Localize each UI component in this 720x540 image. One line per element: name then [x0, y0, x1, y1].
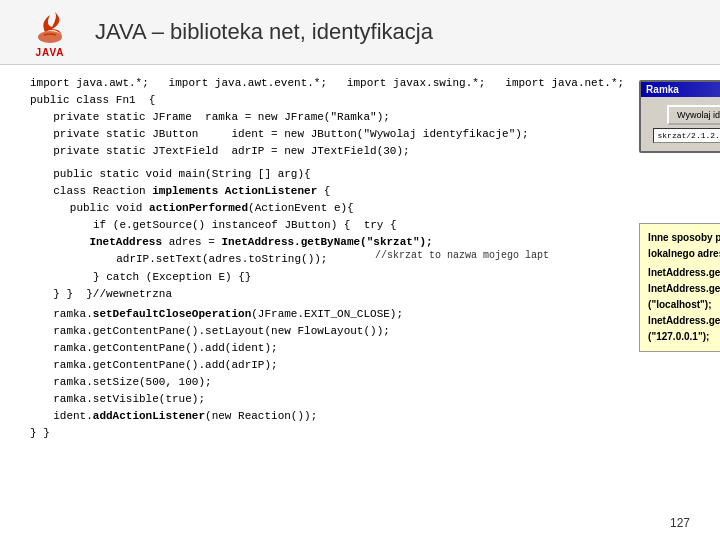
- page-title: JAVA – biblioteka net, identyfikacja: [95, 19, 433, 45]
- tooltip-line2: InetAddress.getByName ("localhost");: [648, 281, 720, 313]
- tooltip-line3: InetAddress.getByName ("127.0.0.1");: [648, 313, 720, 345]
- tooltip-title: Inne sposoby pozyskania lokalnego adresu…: [648, 230, 720, 262]
- logo-area: JAVA: [20, 7, 80, 58]
- main-line: public static void main(String [] arg){: [30, 166, 624, 183]
- add-adrip-line: ramka.getContentPane().add(adrIP);: [30, 357, 624, 374]
- catch-line: } catch (Exception E) {}: [30, 269, 624, 286]
- tooltip-box: Inne sposoby pozyskania lokalnego adresu…: [639, 223, 720, 352]
- svg-point-0: [38, 31, 62, 43]
- header: JAVA JAVA – biblioteka net, identyfikacj…: [0, 0, 720, 65]
- add-ident-line: ramka.getContentPane().add(ident);: [30, 340, 624, 357]
- java-logo-text: JAVA: [35, 47, 64, 58]
- action-performed-line: public void actionPerformed(ActionEvent …: [30, 200, 624, 217]
- close-inner-line: } } }//wewnetrzna: [30, 286, 624, 303]
- class-reaction-line: class Reaction implements ActionListener…: [30, 183, 624, 200]
- addlistener-line: ident.addActionListener(new Reaction());: [30, 408, 624, 425]
- window-title-text: Ramka: [646, 84, 679, 95]
- default-close-line: ramka.setDefaultCloseOperation(JFrame.EX…: [30, 306, 624, 323]
- java-logo-icon: [30, 7, 70, 47]
- inet-line: InetAddress adres = InetAddress.getByNam…: [30, 234, 433, 251]
- textfield-line: private static JTextField adrIP = new JT…: [30, 143, 624, 160]
- setvisible-line: ramka.setVisible(true);: [30, 391, 624, 408]
- page-number: 127: [670, 516, 690, 530]
- setsize-line: ramka.setSize(500, 100);: [30, 374, 624, 391]
- ip-field[interactable]: skrzat/2.1.2.1 /1.1 5.21: [653, 128, 720, 143]
- java-window: Ramka _ □ ✕ Wywolaj identyfikacje skrzat…: [639, 80, 720, 153]
- if-line: if (e.getSource() instanceof JButton) { …: [30, 217, 624, 234]
- tooltip-line1: InetAddress.getByName(null);: [648, 265, 720, 281]
- comment-skrzat: //skrzat to nazwa mojego lapt: [375, 250, 549, 261]
- ramka-line: private static JFrame ramka = new JFrame…: [30, 109, 624, 126]
- main-content: import java.awt.*; import java.awt.event…: [0, 65, 720, 540]
- button-line: private static JButton ident = new JButt…: [30, 126, 624, 143]
- right-panel: Ramka _ □ ✕ Wywolaj identyfikacje skrzat…: [639, 75, 720, 530]
- wywolaj-button[interactable]: Wywolaj identyfikacje: [667, 105, 720, 125]
- close-class-line: } }: [30, 425, 624, 442]
- import-line: import java.awt.*; import java.awt.event…: [30, 75, 624, 92]
- window-title-bar: Ramka _ □ ✕: [641, 82, 720, 97]
- layout-line: ramka.getContentPane().setLayout(new Flo…: [30, 323, 624, 340]
- class-line: public class Fn1 {: [30, 92, 624, 109]
- window-body: Wywolaj identyfikacje skrzat/2.1.2.1 /1.…: [641, 97, 720, 151]
- code-panel: import java.awt.*; import java.awt.event…: [30, 75, 624, 530]
